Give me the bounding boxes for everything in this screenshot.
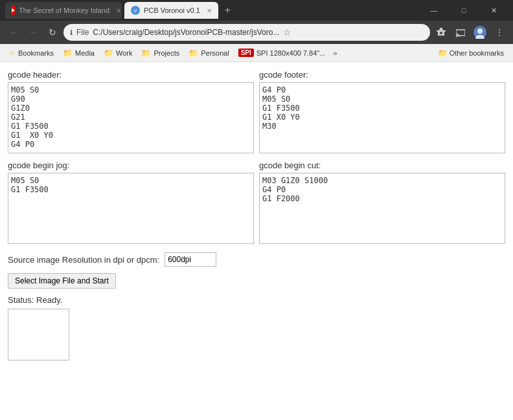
more-options-button[interactable]: ⋮ <box>491 24 508 41</box>
status-value: Ready. <box>36 295 62 305</box>
gcode-header-section: gcode header: <box>8 70 254 155</box>
bookmark-personal[interactable]: 📁 Personal <box>185 47 233 59</box>
close-button[interactable]: ✕ <box>479 0 508 21</box>
gcode-footer-input[interactable] <box>259 82 505 153</box>
bookmark-media-label: Media <box>75 49 95 57</box>
back-button[interactable]: ← <box>5 24 22 41</box>
star-icon: ☆ <box>9 49 16 57</box>
profile-icon[interactable] <box>472 24 488 41</box>
gcode-begin-cut-input[interactable] <box>259 173 505 244</box>
media-folder-icon: 📁 <box>63 49 73 58</box>
other-bookmarks-label: Other bookmarks <box>450 49 504 57</box>
other-bookmarks-button[interactable]: 📁 Other bookmarks <box>434 47 508 59</box>
address-bar[interactable]: ℹ File C:/Users/craig/Desktop/jsVoronoiP… <box>63 24 430 41</box>
bookmark-work-label: Work <box>116 49 132 57</box>
spi-badge-icon: SPI <box>238 49 254 57</box>
svg-rect-0 <box>456 30 465 36</box>
refresh-button[interactable]: ↻ <box>44 24 61 41</box>
tab-pcb[interactable]: V PCB Voronoi v0.1 ✕ <box>124 2 218 19</box>
gcode-begin-cut-label: gcode begin cut: <box>259 160 505 170</box>
work-folder-icon: 📁 <box>104 49 113 58</box>
bookmarks-manager-button[interactable]: ☆ Bookmarks <box>5 47 58 58</box>
forward-button[interactable]: → <box>25 24 41 41</box>
page-content: gcode header: gcode footer: gcode begin … <box>0 62 513 420</box>
protocol-label: File <box>76 28 89 37</box>
bookmarks-label: Bookmarks <box>18 49 54 57</box>
gcode-begin-jog-label: gcode begin jog: <box>8 160 254 170</box>
svg-point-3 <box>477 28 483 34</box>
maximize-button[interactable]: □ <box>450 0 478 21</box>
address-text: C:/Users/craig/Desktop/jsVoronoiPCB-mast… <box>93 28 279 37</box>
gcode-begin-jog-input[interactable] <box>8 173 254 244</box>
cast-icon[interactable] <box>452 24 469 41</box>
new-tab-button[interactable]: + <box>221 5 234 16</box>
gcode-begin-jog-section: gcode begin jog: <box>8 160 254 246</box>
tab-pcb-close[interactable]: ✕ <box>207 7 212 14</box>
svg-point-1 <box>456 36 457 37</box>
youtube-favicon-icon <box>12 6 15 15</box>
bookmark-spi-label: SPI 1280x400 7.84"... <box>256 49 326 57</box>
gcode-begin-cut-section: gcode begin cut: <box>259 160 505 246</box>
resolution-label: Source image Resolution in dpi or dpcm: <box>8 255 159 265</box>
personal-folder-icon: 📁 <box>188 49 198 58</box>
status-label: Status: <box>8 295 36 305</box>
other-bookmarks-folder-icon: 📁 <box>438 49 448 58</box>
status-output-box <box>8 309 69 360</box>
pcb-favicon-icon: V <box>131 6 140 15</box>
tab-monkey[interactable]: The Secret of Monkey Island ✕ <box>5 2 122 19</box>
resolution-row: Source image Resolution in dpi or dpcm: <box>8 252 505 267</box>
gcode-header-input[interactable] <box>8 82 254 153</box>
extensions-icon[interactable] <box>433 24 450 41</box>
tab-monkey-close[interactable]: ✕ <box>116 7 121 14</box>
bookmarks-chevron-button[interactable]: » <box>330 48 339 58</box>
gcode-footer-section: gcode footer: <box>259 70 505 155</box>
select-image-button[interactable]: Select Image File and Start <box>8 273 116 289</box>
bookmark-spi[interactable]: SPI SPI 1280x400 7.84"... <box>234 47 330 58</box>
bookmark-star-icon[interactable]: ☆ <box>283 27 291 38</box>
info-icon: ℹ <box>70 28 73 37</box>
gcode-footer-label: gcode footer: <box>259 70 505 80</box>
bookmark-work[interactable]: 📁 Work <box>100 47 136 59</box>
bookmarks-bar: ☆ Bookmarks 📁 Media 📁 Work 📁 Projects 📁 … <box>0 44 513 62</box>
minimize-button[interactable]: — <box>420 0 448 21</box>
resolution-input[interactable] <box>165 252 216 267</box>
bookmark-personal-label: Personal <box>201 49 229 57</box>
status-row: Status: Ready. <box>8 295 505 305</box>
bookmark-media[interactable]: 📁 Media <box>59 47 98 59</box>
projects-folder-icon: 📁 <box>141 49 151 58</box>
bookmark-projects-label: Projects <box>154 49 179 57</box>
gcode-header-label: gcode header: <box>8 70 254 80</box>
tab-pcb-label: PCB Voronoi v0.1 <box>144 6 200 14</box>
tab-monkey-label: The Secret of Monkey Island <box>19 6 109 14</box>
bookmark-projects[interactable]: 📁 Projects <box>137 47 183 59</box>
gcode-grid: gcode header: gcode footer: gcode begin … <box>8 70 505 246</box>
